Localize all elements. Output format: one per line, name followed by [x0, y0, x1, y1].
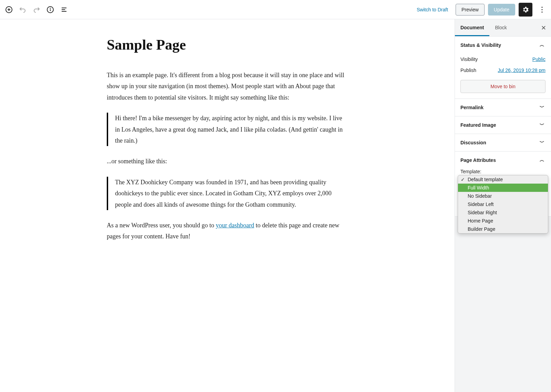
template-option[interactable]: No Sidebar: [458, 192, 548, 200]
top-toolbar: Switch to Draft Preview Update: [0, 0, 551, 19]
tab-document[interactable]: Document: [455, 19, 489, 36]
panel-header-permalink[interactable]: Permalink ﹀: [455, 99, 551, 116]
template-option[interactable]: Builder Page: [458, 225, 548, 233]
chevron-down-icon: ﹀: [539, 140, 545, 146]
toolbar-left: [3, 3, 70, 16]
quote-block[interactable]: The XYZ Doohickey Company was founded in…: [107, 177, 348, 210]
visibility-value[interactable]: Public: [532, 56, 545, 62]
panel-title: Status & Visibility: [460, 42, 501, 48]
quote-block[interactable]: Hi there! I'm a bike messenger by day, a…: [107, 113, 348, 146]
visibility-label: Visibility: [460, 56, 478, 62]
redo-button[interactable]: [30, 3, 43, 16]
chevron-up-icon: ︿: [539, 42, 545, 48]
template-option[interactable]: Sidebar Right: [458, 208, 548, 217]
quote-text: Hi there! I'm a bike messenger by day, a…: [115, 113, 348, 146]
editor-canvas[interactable]: Sample Page This is an example page. It'…: [0, 19, 455, 392]
template-option[interactable]: Home Page: [458, 217, 548, 225]
svg-point-9: [541, 7, 542, 8]
move-to-bin-button[interactable]: Move to bin: [460, 80, 545, 93]
panel-title: Discussion: [460, 140, 486, 145]
close-sidebar-button[interactable]: ✕: [536, 24, 551, 32]
publish-value[interactable]: Jul 26, 2019 10:28 pm: [498, 68, 545, 73]
panel-header-status[interactable]: Status & Visibility ︿: [455, 37, 551, 54]
panel-header-page-attributes[interactable]: Page Attributes ︿: [455, 152, 551, 169]
toolbar-right: Switch to Draft Preview Update: [413, 3, 548, 17]
panel-title: Permalink: [460, 105, 484, 110]
svg-point-5: [50, 8, 51, 8]
more-options-button[interactable]: [536, 3, 548, 16]
panel-featured-image: Featured Image ﹀: [455, 116, 551, 134]
settings-sidebar: Document Block ✕ Status & Visibility ︿ V…: [455, 19, 551, 392]
panel-body-status: Visibility Public Publish Jul 26, 2019 1…: [455, 54, 551, 99]
panel-page-attributes: Page Attributes ︿ Template: Default temp…: [455, 152, 551, 217]
undo-button[interactable]: [17, 3, 29, 16]
template-label: Template:: [460, 169, 545, 174]
publish-row: Publish Jul 26, 2019 10:28 pm: [460, 65, 545, 76]
add-block-button[interactable]: [3, 3, 15, 16]
sidebar-tabs: Document Block ✕: [455, 19, 551, 37]
outline-button[interactable]: [58, 3, 70, 16]
main-area: Sample Page This is an example page. It'…: [0, 19, 551, 392]
publish-label: Publish: [460, 68, 476, 73]
panel-body-page-attributes: Template: Default templateFull WidthNo S…: [455, 169, 551, 216]
preview-button[interactable]: Preview: [456, 4, 485, 16]
panel-discussion: Discussion ﹀: [455, 134, 551, 152]
editor-content: Sample Page This is an example page. It'…: [100, 37, 355, 242]
info-button[interactable]: [44, 3, 56, 16]
paragraph-block[interactable]: ...or something like this:: [107, 156, 348, 167]
panel-header-discussion[interactable]: Discussion ﹀: [455, 134, 551, 151]
template-select-wrap: Default templateFull WidthNo SidebarSide…: [460, 177, 545, 187]
panel-permalink: Permalink ﹀: [455, 99, 551, 116]
svg-point-11: [541, 11, 542, 12]
switch-to-draft-button[interactable]: Switch to Draft: [413, 4, 452, 15]
settings-toggle-button[interactable]: [519, 3, 532, 17]
chevron-down-icon: ﹀: [539, 104, 545, 111]
text-fragment: As a new WordPress user, you should go t…: [107, 222, 216, 229]
quote-text: The XYZ Doohickey Company was founded in…: [115, 177, 348, 210]
update-button[interactable]: Update: [488, 4, 515, 16]
visibility-row: Visibility Public: [460, 54, 545, 65]
svg-point-10: [541, 9, 542, 10]
template-option[interactable]: Default template: [458, 175, 548, 184]
dashboard-link[interactable]: your dashboard: [216, 222, 254, 229]
panel-title: Page Attributes: [460, 157, 496, 163]
panel-status-visibility: Status & Visibility ︿ Visibility Public …: [455, 37, 551, 99]
panel-title: Featured Image: [460, 122, 496, 128]
page-title[interactable]: Sample Page: [107, 37, 348, 53]
template-dropdown-menu: Default templateFull WidthNo SidebarSide…: [458, 175, 548, 234]
paragraph-block[interactable]: As a new WordPress user, you should go t…: [107, 220, 348, 242]
tab-block[interactable]: Block: [489, 19, 512, 36]
template-option[interactable]: Full Width: [458, 184, 548, 192]
template-option[interactable]: Sidebar Left: [458, 200, 548, 208]
chevron-up-icon: ︿: [539, 157, 545, 163]
chevron-down-icon: ﹀: [539, 122, 545, 128]
panel-header-featured-image[interactable]: Featured Image ﹀: [455, 116, 551, 134]
paragraph-block[interactable]: This is an example page. It's different …: [107, 70, 348, 103]
